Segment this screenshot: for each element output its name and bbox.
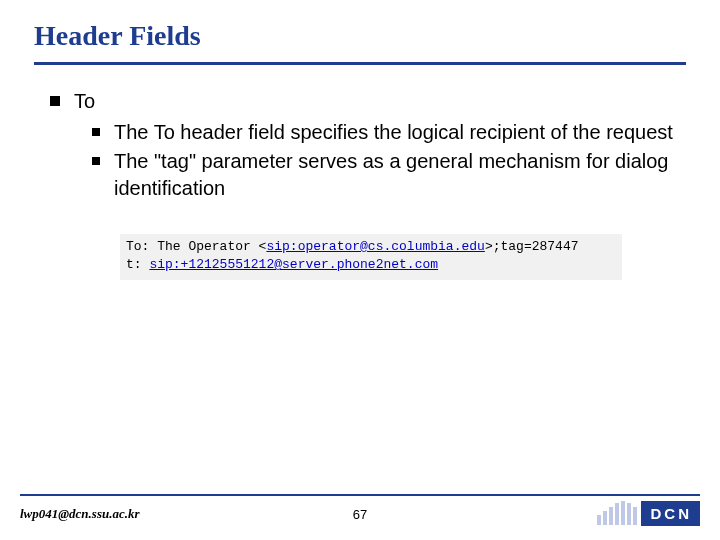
slide: Header Fields To The To header field spe…: [0, 0, 720, 540]
example-line-2-link: sip:+12125551212@server.phone2net.com: [149, 257, 438, 272]
example-line-1-suffix: >;tag=287447: [485, 239, 579, 254]
title-underline: [34, 62, 686, 65]
slide-title: Header Fields: [34, 20, 201, 52]
content-area: To The To header field specifies the log…: [50, 88, 680, 206]
example-line-1: To: The Operator <sip:operator@cs.columb…: [126, 238, 616, 256]
example-box: To: The Operator <sip:operator@cs.columb…: [120, 234, 622, 280]
example-line-2-prefix: t:: [126, 257, 149, 272]
bullet-to: To The To header field specifies the log…: [50, 88, 680, 202]
example-line-1-prefix: To: The Operator <: [126, 239, 266, 254]
footer-divider: [20, 494, 700, 496]
bullet-to-desc: The To header field specifies the logica…: [92, 119, 680, 146]
footer-logo: DCN: [597, 500, 701, 526]
logo-bars-icon: [597, 501, 637, 525]
example-line-1-link: sip:operator@cs.columbia.edu: [266, 239, 484, 254]
bullet-tag-desc: The "tag" parameter serves as a general …: [92, 148, 680, 202]
logo-text: DCN: [641, 501, 701, 526]
example-line-2: t: sip:+12125551212@server.phone2net.com: [126, 256, 616, 274]
bullet-to-label: To: [74, 90, 95, 112]
